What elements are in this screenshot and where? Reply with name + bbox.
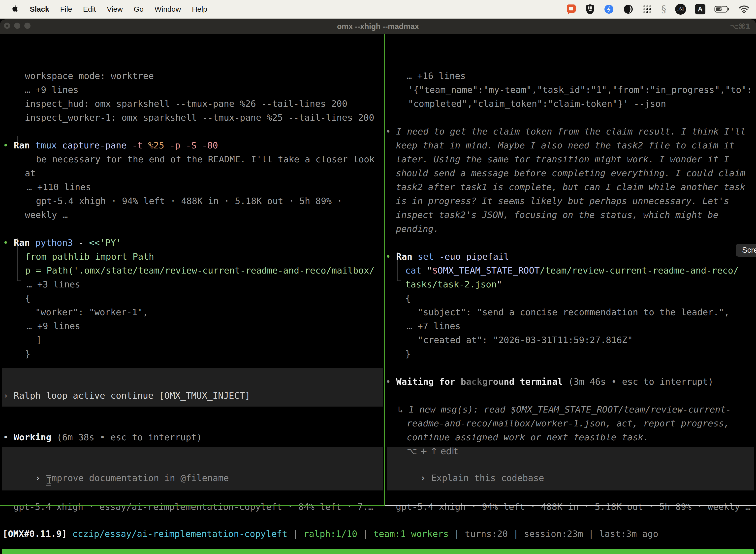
terminal-window: omx --xhigh --madmax ⌥⌘1 workspace_mode:…	[0, 19, 756, 554]
terminal-text-segment: (3m 46s • esc to interrupt)	[563, 377, 713, 387]
terminal-text-segment: "	[497, 279, 502, 289]
terminal-text-segment: set	[418, 252, 439, 262]
terminal-text-segment: … +9 lines	[26, 321, 80, 331]
wifi-icon[interactable]	[739, 3, 750, 15]
terminal-text-segment: Ralph loop active continue [OMX_TMUX_INJ…	[14, 390, 250, 401]
terminal-line: gpt-5.4 xhigh · 94% left · 488K in · 5.1…	[396, 500, 751, 514]
left-prompt-line[interactable]: › Improve documentation in @filename	[3, 457, 229, 471]
menu-bar: Slack File Edit View Go Window Help § ..…	[0, 0, 756, 19]
terminal-text-segment: task2 after task1 is complete, but can I…	[396, 182, 745, 192]
terminal-text-segment: at	[25, 168, 36, 178]
terminal-text-segment: readme-and-reco/mailbox/worker-1.json, a…	[407, 418, 729, 428]
terminal-text-segment: •	[385, 377, 396, 387]
menu-item-window[interactable]: Window	[154, 5, 181, 13]
terminal-line: "subject": "send a concise recommendatio…	[418, 305, 730, 319]
terminal-text-segment: "completed","claim_token":"claim-token"}…	[408, 99, 666, 109]
screen-tooltip: Scre	[736, 244, 756, 257]
terminal-text-segment: "	[427, 265, 432, 276]
terminal-text-segment: … +3 lines	[26, 279, 80, 289]
menu-item-file[interactable]: File	[60, 5, 72, 13]
right-prompt-line[interactable]: › Explain this codebase	[388, 457, 544, 471]
menu-item-view[interactable]: View	[107, 5, 123, 13]
apple-menu-icon[interactable]	[12, 4, 19, 14]
terminal-line: "completed","claim_token":"claim-token"}…	[408, 97, 666, 111]
terminal-line: readme-and-reco/mailbox/worker-1.json, a…	[407, 417, 729, 430]
terminal-text-segment: is in progress? It seems likely but perh…	[396, 196, 729, 206]
battery-charging-icon[interactable]	[714, 3, 730, 15]
terminal-text-segment: workspace_mode: worktree	[25, 71, 154, 81]
shield-grid-icon[interactable]	[585, 3, 595, 15]
terminal-line: keep that in mind. Maybe I also need the…	[396, 138, 735, 152]
terminal-text-segment: '{"team_name":"my-team","task_id":"1","f…	[408, 85, 752, 95]
terminal-text-segment: ›	[3, 390, 14, 401]
terminal-text-segment: Waiting for background terminal	[396, 377, 563, 387]
terminal-text-segment: turns:20	[465, 529, 508, 539]
pane-border-bottom-left	[0, 505, 385, 506]
terminal-text-segment: tasks/task-2.json	[405, 279, 497, 289]
terminal-line: "created_at": "2026-03-31T11:59:27.816Z"	[418, 333, 633, 347]
terminal-text-segment: <<	[89, 237, 100, 248]
terminal-line: {	[405, 291, 411, 305]
menu-item-go[interactable]: Go	[134, 5, 144, 13]
menu-item-help[interactable]: Help	[192, 5, 207, 13]
menu-app-name[interactable]: Slack	[30, 5, 49, 13]
terminal-text-segment: p = Path('.omx/state/team/review-current…	[25, 265, 375, 276]
terminal-text-segment: -p	[170, 140, 186, 151]
terminal-text-segment: session:23m	[524, 529, 583, 539]
terminal-line: inspect task2's JSON, focusing on the st…	[396, 208, 718, 222]
terminal-line: cat "$OMX_TEAM_STATE_ROOT/team/review-cu…	[405, 264, 739, 277]
terminal-text-segment: Working	[14, 432, 51, 442]
input-source-icon[interactable]: A	[695, 4, 705, 14]
terminal-line: … +3 lines	[26, 277, 80, 291]
screen-record-icon[interactable]	[566, 3, 576, 15]
terminal-text-segment: ↳	[398, 404, 408, 414]
badge-bolt-icon[interactable]	[604, 3, 614, 15]
terminal-line: • I need to get the claim token from the…	[385, 125, 746, 138]
terminal-text-segment: •	[3, 140, 14, 151]
terminal-text-segment: |	[288, 529, 304, 539]
pane-divider-vertical[interactable]	[384, 34, 385, 505]
contrast-icon[interactable]	[623, 3, 633, 15]
menu-item-edit[interactable]: Edit	[83, 5, 96, 13]
terminal-line: }	[405, 347, 411, 361]
window-shortcut-badge: ⌥⌘1	[730, 19, 751, 34]
terminal-text-segment: … +9 lines	[25, 85, 79, 95]
terminal-line: › Ralph loop active continue [OMX_TMUX_I…	[3, 389, 250, 403]
input-source-label: A	[698, 5, 703, 13]
terminal-text-segment: /team/review-current-readme-and-reco/	[540, 265, 739, 276]
dots-grid-icon[interactable]	[642, 3, 652, 15]
terminal-text-segment: gpt-5.4 xhigh · 94% left · 488K in · 5.1…	[396, 502, 751, 512]
terminal-text-segment: gpt-5.4 xhigh · essay/ai-reimplementatio…	[13, 502, 374, 512]
terminal-text-segment: |	[449, 529, 465, 539]
terminal-line: p = Path('.omx/state/team/review-current…	[25, 264, 375, 277]
terminal-text-segment: Ran	[14, 237, 35, 248]
terminal-line: be necessary for the end of the README. …	[36, 152, 375, 166]
terminal-text-segment: continue assigned work or next feasible …	[407, 432, 649, 442]
terminal-text-segment: inspect task2's JSON, focusing on the st…	[396, 210, 718, 220]
terminal-text-segment: Ran	[14, 140, 35, 151]
terminal-line: }	[25, 347, 30, 361]
terminal-text-segment: inspect_worker-1: omx sparkshell --tmux-…	[25, 112, 374, 123]
terminal-text-segment: }	[405, 349, 411, 359]
terminal-line: gpt-5.4 xhigh · 94% left · 488K in · 5.1…	[36, 194, 342, 208]
terminal-text-segment: python3	[35, 237, 78, 248]
squiggle-icon[interactable]: §	[661, 3, 666, 15]
terminal-line: workspace_mode: worktree	[25, 69, 154, 83]
terminal-text-segment: %25	[148, 140, 170, 151]
terminal-text-segment: |	[508, 529, 524, 539]
terminal-line: tasks/task-2.json"	[405, 277, 502, 291]
terminal-text-segment: {	[405, 293, 411, 303]
terminal-text-segment: ralph:1/10	[304, 529, 358, 539]
terminal-line: • Working (6m 38s • esc to interrupt)	[3, 430, 202, 444]
terminal-line: … +9 lines	[25, 83, 79, 97]
terminal-text-segment: later. Using the same for transition mig…	[396, 154, 729, 164]
tmux-status-bar: [omx-cczip0:bash* "MacBook-Pro-44.local"…	[2, 549, 754, 554]
circle-61-icon[interactable]: ..61	[675, 4, 686, 15]
terminal-line: ]	[36, 333, 42, 347]
terminal-text-segment: -euo pipefail	[439, 252, 509, 262]
terminal-text-segment: -	[78, 237, 89, 248]
terminal-line: weekly …	[25, 208, 68, 222]
terminal-text-segment: … +7 lines	[407, 321, 460, 331]
title-bar: omx --xhigh --madmax ⌥⌘1	[0, 19, 756, 34]
terminal-line: task2 after task1 is complete, but can I…	[396, 180, 745, 194]
